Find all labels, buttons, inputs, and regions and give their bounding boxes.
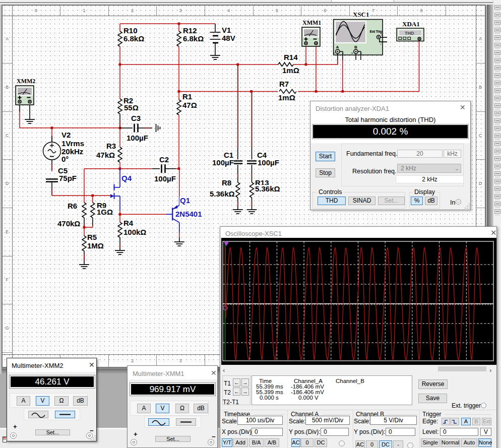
svg-text:Q1: Q1 [180,196,190,205]
svg-text:R12: R12 [183,26,197,35]
svg-text:XDA1: XDA1 [402,20,420,28]
svg-text:1MΩ: 1MΩ [87,241,104,250]
svg-text:75pF: 75pF [59,174,77,182]
svg-text:2N5401: 2N5401 [175,210,202,218]
svg-text:R8: R8 [222,178,231,187]
svg-text:XMM2: XMM2 [17,78,35,85]
svg-text:R7: R7 [279,80,289,88]
svg-text:100kΩ: 100kΩ [123,228,146,236]
svg-text:1Vrms: 1Vrms [61,139,84,148]
svg-text:B: B [354,45,357,49]
svg-text:XMM1: XMM1 [302,19,321,26]
svg-text:A: A [336,45,339,49]
svg-text:+: + [351,51,353,55]
svg-text:48V: 48V [222,34,235,42]
svg-text:6.8kΩ: 6.8kΩ [123,34,144,43]
svg-text:R1: R1 [182,92,192,101]
svg-text:V2: V2 [61,131,71,139]
svg-text:R10: R10 [123,26,138,35]
svg-text:R3: R3 [106,142,116,150]
svg-text:1GΩ: 1GΩ [97,208,113,216]
svg-text:1mΩ: 1mΩ [278,93,295,102]
svg-text:55Ω: 55Ω [124,103,139,112]
svg-text:Q4: Q4 [121,174,132,182]
svg-text:R4: R4 [123,219,134,227]
svg-text:XSC1: XSC1 [353,11,369,18]
svg-text:R14: R14 [284,53,298,61]
svg-text:−: − [380,42,382,46]
svg-text:1mΩ: 1mΩ [282,66,299,75]
svg-text:C3: C3 [131,114,141,122]
svg-text:+: + [333,51,335,55]
svg-text:5.36kΩ: 5.36kΩ [255,184,280,193]
svg-text:R5: R5 [87,233,97,241]
svg-text:V1: V1 [222,26,231,34]
svg-text:100µF: 100µF [127,134,148,142]
svg-text:5.36kΩ: 5.36kΩ [210,189,235,198]
svg-text:470kΩ: 470kΩ [57,219,80,228]
svg-text:R6: R6 [68,202,77,210]
svg-text:6.8kΩ: 6.8kΩ [183,34,204,43]
svg-text:+: + [381,33,383,37]
svg-text:0°: 0° [61,155,69,163]
svg-text:C2: C2 [159,155,169,164]
svg-text:THD: THD [405,31,414,36]
svg-text:47Ω: 47Ω [182,101,197,109]
svg-text:100µF: 100µF [154,174,176,183]
svg-text:100µF: 100µF [258,158,279,167]
svg-text:100µF: 100µF [212,158,234,167]
svg-text:47kΩ: 47kΩ [96,151,115,159]
